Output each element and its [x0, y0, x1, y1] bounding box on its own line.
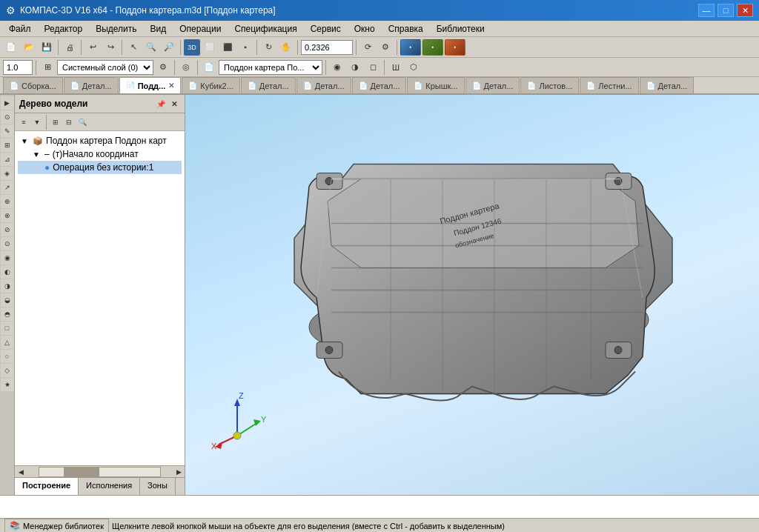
zoom-value-input[interactable]	[301, 40, 353, 55]
tab-9[interactable]: 📄Листов...	[520, 77, 579, 93]
tab-6[interactable]: 📄Детал...	[352, 77, 407, 93]
left-side-icon-10[interactable]: ⊙	[1, 237, 14, 250]
new-button[interactable]: 📄	[3, 39, 19, 56]
wire-btn[interactable]: ◻	[365, 59, 381, 76]
scroll-right[interactable]: ▶	[173, 467, 185, 477]
tree-close-btn[interactable]: ✕	[168, 98, 180, 110]
left-side-icon-13[interactable]: ◑	[1, 279, 14, 293]
layer-icon[interactable]: ⊞	[39, 59, 56, 76]
left-side-icon-12[interactable]: ◐	[1, 265, 14, 279]
tree-pin-btn[interactable]: 📌	[155, 98, 167, 110]
snap-btn[interactable]: ◎	[178, 59, 194, 76]
tab-11[interactable]: 📄Детал...	[640, 77, 695, 93]
tree-view-btn2[interactable]: ▼	[31, 116, 43, 128]
extra-btn1[interactable]: Ш	[388, 59, 404, 76]
view3d-button[interactable]: 3D	[184, 39, 200, 56]
left-side-icon-15[interactable]: ◓	[1, 307, 14, 321]
tree-expand-btn[interactable]: ⊞	[50, 116, 62, 128]
menu-item-файл[interactable]: Файл	[3, 22, 37, 36]
tree-expander-1[interactable]: ▼	[33, 150, 42, 159]
zoom-out-button[interactable]: 🔎	[161, 39, 177, 56]
menu-item-вид[interactable]: Вид	[145, 22, 173, 36]
view-top[interactable]: ⬛	[219, 39, 236, 56]
library-manager-btn[interactable]: 📚 Менеджер библиотек	[4, 519, 109, 532]
menu-item-операции[interactable]: Операции	[173, 22, 227, 36]
left-bottom-tab-0[interactable]: Построение	[15, 478, 79, 495]
save-button[interactable]: 💾	[39, 39, 55, 56]
menu-item-выделить[interactable]: Выделить	[90, 22, 142, 36]
left-side-icon-14[interactable]: ◒	[1, 293, 14, 307]
menu-item-редактор[interactable]: Редактор	[39, 22, 89, 36]
tab-3[interactable]: 📄Кубик2...	[182, 77, 240, 93]
view-mode[interactable]: ◉	[329, 59, 345, 76]
tree-expander-0[interactable]: ▼	[21, 137, 30, 145]
cube-view2[interactable]: ▪	[422, 39, 443, 56]
tab-8[interactable]: 📄Детал...	[465, 77, 520, 93]
hscroll-thumb[interactable]	[64, 468, 100, 476]
view-front[interactable]: ⬜	[202, 39, 218, 56]
print-button[interactable]: 🖨	[62, 39, 78, 56]
tree-filter-btn[interactable]: 🔍	[76, 116, 88, 128]
close-button[interactable]: ✕	[737, 4, 753, 17]
layer-settings[interactable]: ⚙	[155, 59, 171, 76]
menu-item-справка[interactable]: Справка	[382, 22, 429, 36]
tab-close-2[interactable]: ✕	[168, 82, 174, 90]
doc-icon[interactable]: 📄	[201, 59, 217, 76]
left-side-icon-19[interactable]: ◇	[1, 364, 14, 377]
tab-5[interactable]: 📄Детал...	[296, 77, 351, 93]
cube-view[interactable]: ▪	[400, 39, 421, 56]
scroll-left[interactable]: ◀	[15, 467, 27, 477]
view-side[interactable]: ▪	[237, 39, 253, 56]
doc-select[interactable]: Поддон картера По...	[219, 60, 322, 75]
menu-item-библиотеки[interactable]: Библиотеки	[431, 22, 491, 36]
command-input[interactable]	[3, 499, 756, 515]
viewport-3d[interactable]: Поддон картера Поддон 12346 обозначение …	[185, 95, 759, 495]
left-side-icon-6[interactable]: ↗	[1, 181, 14, 194]
horizontal-scrollbar[interactable]: ◀ ▶	[15, 465, 185, 477]
left-side-icon-17[interactable]: △	[1, 336, 14, 349]
hscroll-track[interactable]	[39, 467, 161, 477]
left-bottom-tab-1[interactable]: Исполнения	[79, 478, 140, 495]
tab-1[interactable]: 📄Детал...	[64, 77, 119, 93]
left-side-icon-8[interactable]: ⊗	[1, 209, 14, 222]
tree-collapse-btn[interactable]: ⊟	[63, 116, 75, 128]
tab-0[interactable]: 📄Сборка...	[3, 77, 63, 93]
undo-button[interactable]: ↩	[84, 39, 101, 56]
left-side-icon-9[interactable]: ⊘	[1, 223, 14, 236]
left-side-icon-3[interactable]: ⊞	[1, 139, 14, 152]
left-side-icon-7[interactable]: ⊕	[1, 195, 14, 208]
left-side-icon-18[interactable]: ○	[1, 350, 14, 363]
left-side-icon-2[interactable]: ✎	[1, 124, 14, 138]
left-side-icon-16[interactable]: □	[1, 322, 14, 335]
tab-7[interactable]: 📄Крышк...	[407, 77, 464, 93]
tree-view-btn1[interactable]: ≡	[18, 116, 30, 128]
settings-button[interactable]: ⚙	[377, 39, 394, 56]
layer-select[interactable]: Системный слой (0)	[57, 60, 153, 75]
open-button[interactable]: 📂	[21, 39, 37, 56]
left-side-icon-11[interactable]: ◉	[1, 251, 14, 265]
left-side-icon-0[interactable]: ▶	[1, 96, 14, 110]
left-side-icon-1[interactable]: ⊙	[1, 110, 14, 124]
tab-10[interactable]: 📄Лестни...	[580, 77, 638, 93]
pan-button[interactable]: ✋	[278, 39, 294, 56]
redo-button[interactable]: ↪	[102, 39, 119, 56]
left-bottom-tab-2[interactable]: Зоны	[140, 478, 176, 495]
menu-item-спецификация[interactable]: Спецификация	[228, 22, 302, 36]
tree-item-2[interactable]: ●Операция без истории:1	[18, 161, 182, 174]
tab-2[interactable]: 📄Подд...✕	[119, 77, 182, 93]
rotate-button[interactable]: ↻	[260, 39, 276, 56]
tree-item-1[interactable]: ▼–(т)Начало координат	[18, 147, 182, 161]
left-side-icon-5[interactable]: ◈	[1, 167, 14, 180]
extra-btn2[interactable]: ⬡	[405, 59, 422, 76]
select-button[interactable]: ↖	[125, 39, 142, 56]
minimize-button[interactable]: —	[698, 4, 715, 17]
maximize-button[interactable]: □	[717, 4, 734, 17]
zoom-in-button[interactable]: 🔍	[143, 39, 159, 56]
refresh-button[interactable]: ⟳	[359, 39, 376, 56]
left-side-icon-20[interactable]: ★	[1, 378, 14, 391]
menu-item-окно[interactable]: Окно	[348, 22, 381, 36]
shade-btn[interactable]: ◑	[347, 59, 363, 76]
render-btn[interactable]: ▪	[445, 39, 465, 56]
tab-4[interactable]: 📄Детал...	[241, 77, 296, 93]
left-side-icon-4[interactable]: ⊿	[1, 153, 14, 166]
